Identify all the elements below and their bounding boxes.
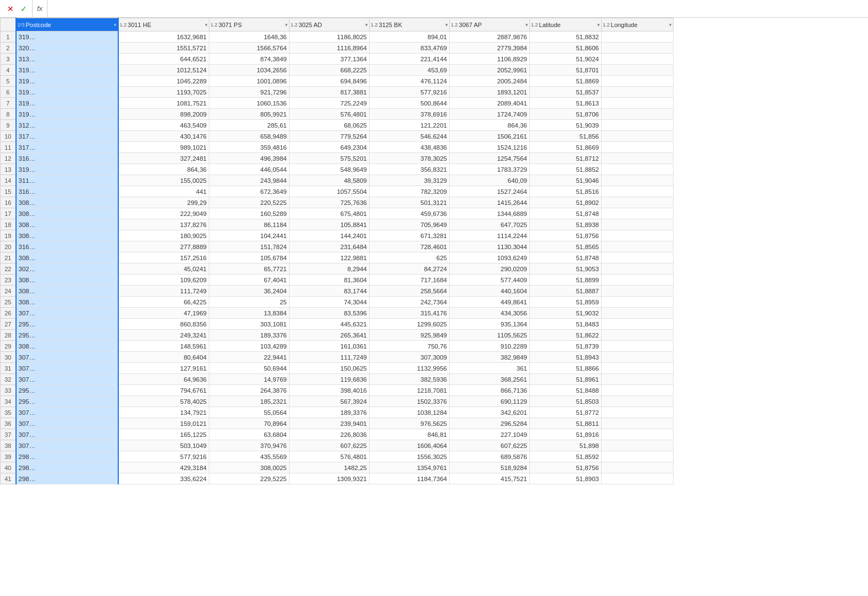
cell-bk-36[interactable]: 976,5625 (370, 418, 450, 429)
cell-ap-13[interactable]: 1783,3729 (450, 164, 530, 175)
cell-ad-35[interactable]: 189,3376 (290, 407, 370, 418)
cell-he-37[interactable]: 165,1225 (118, 429, 209, 440)
cell-postcode-15[interactable]: 316… (16, 186, 118, 197)
cell-he-14[interactable]: 155,0025 (118, 175, 209, 186)
cell-lat-30[interactable]: 51,8943 (530, 352, 602, 363)
cell-bk-34[interactable]: 1502,3376 (370, 396, 450, 407)
cell-lon-13[interactable] (602, 164, 674, 175)
cell-ps-16[interactable]: 220,5225 (209, 197, 290, 208)
cell-bk-15[interactable]: 782,3209 (370, 186, 450, 197)
cell-lon-37[interactable] (602, 429, 674, 440)
cell-ps-38[interactable]: 370,9476 (209, 440, 290, 451)
cell-he-17[interactable]: 222,9049 (118, 208, 209, 219)
cell-ap-10[interactable]: 1506,2161 (450, 131, 530, 142)
cell-lat-18[interactable]: 51,8938 (530, 219, 602, 230)
cell-bk-39[interactable]: 1556,3025 (370, 451, 450, 462)
cell-ad-29[interactable]: 161,0361 (290, 341, 370, 352)
cell-postcode-35[interactable]: 307… (16, 407, 118, 418)
cell-he-27[interactable]: 860,8356 (118, 319, 209, 330)
cell-lon-2[interactable] (602, 43, 674, 54)
col-header-3071ps[interactable]: 1.23071 PS▾ (209, 18, 290, 31)
cell-bk-25[interactable]: 242,7364 (370, 297, 450, 308)
col-filter-postcode[interactable]: ▾ (114, 22, 117, 28)
cell-postcode-25[interactable]: 308… (16, 297, 118, 308)
cell-he-30[interactable]: 80,6404 (118, 352, 209, 363)
cell-lon-15[interactable] (602, 186, 674, 197)
cell-lat-16[interactable]: 51,8902 (530, 197, 602, 208)
cell-lat-12[interactable]: 51,8712 (530, 153, 602, 164)
cell-bk-18[interactable]: 705,9649 (370, 219, 450, 230)
col-header-lat[interactable]: 1.2Latitude▾ (530, 18, 602, 31)
cell-lon-39[interactable] (602, 451, 674, 462)
cell-he-26[interactable]: 47,1969 (118, 308, 209, 319)
cell-ap-22[interactable]: 290,0209 (450, 263, 530, 275)
cell-bk-7[interactable]: 500,8644 (370, 98, 450, 109)
cell-ap-23[interactable]: 577,4409 (450, 275, 530, 286)
cell-ps-19[interactable]: 104,2441 (209, 230, 290, 241)
cell-bk-37[interactable]: 846,81 (370, 429, 450, 440)
cell-ad-23[interactable]: 81,3604 (290, 275, 370, 286)
cell-lon-7[interactable] (602, 98, 674, 109)
cell-lat-38[interactable]: 51,898 (530, 440, 602, 451)
cell-postcode-17[interactable]: 308… (16, 208, 118, 219)
cell-lat-24[interactable]: 51,8887 (530, 286, 602, 297)
cell-lon-28[interactable] (602, 330, 674, 341)
cell-ad-32[interactable]: 119,6836 (290, 374, 370, 385)
cell-lat-26[interactable]: 51,9032 (530, 308, 602, 319)
cell-bk-11[interactable]: 438,4836 (370, 142, 450, 153)
cell-ap-18[interactable]: 647,7025 (450, 219, 530, 230)
col-filter-lat[interactable]: ▾ (597, 22, 600, 28)
cell-postcode-13[interactable]: 319… (16, 164, 118, 175)
cell-bk-35[interactable]: 1038,1284 (370, 407, 450, 418)
cell-lat-28[interactable]: 51,8622 (530, 330, 602, 341)
cell-bk-31[interactable]: 1132,9956 (370, 363, 450, 374)
cell-lat-39[interactable]: 51,8592 (530, 451, 602, 462)
cell-ap-39[interactable]: 689,5876 (450, 451, 530, 462)
cell-ad-25[interactable]: 74,3044 (290, 297, 370, 308)
col-header-3011he[interactable]: 1.23011 HE▾ (118, 18, 209, 31)
cell-he-32[interactable]: 64,9636 (118, 374, 209, 385)
cell-he-8[interactable]: 898,2009 (118, 109, 209, 120)
cell-lat-7[interactable]: 51,8613 (530, 98, 602, 109)
cell-ps-13[interactable]: 446,0544 (209, 164, 290, 175)
cell-ad-34[interactable]: 567,3924 (290, 396, 370, 407)
cell-postcode-3[interactable]: 313… (16, 54, 118, 65)
cell-he-25[interactable]: 66,4225 (118, 297, 209, 308)
cell-lon-21[interactable] (602, 252, 674, 263)
cell-bk-10[interactable]: 546,6244 (370, 131, 450, 142)
cell-postcode-11[interactable]: 317… (16, 142, 118, 153)
cell-postcode-32[interactable]: 307… (16, 374, 118, 385)
cell-he-39[interactable]: 577,9216 (118, 451, 209, 462)
cell-postcode-10[interactable]: 317… (16, 131, 118, 142)
cell-bk-12[interactable]: 378,3025 (370, 153, 450, 164)
cell-ad-10[interactable]: 779,5264 (290, 131, 370, 142)
cell-ad-27[interactable]: 445,6321 (290, 319, 370, 330)
cell-ps-25[interactable]: 25 (209, 297, 290, 308)
cell-ad-4[interactable]: 668,2225 (290, 65, 370, 76)
cell-lon-3[interactable] (602, 54, 674, 65)
cell-ap-28[interactable]: 1105,5625 (450, 330, 530, 341)
cell-postcode-28[interactable]: 295… (16, 330, 118, 341)
cell-he-40[interactable]: 429,3184 (118, 462, 209, 473)
cell-ps-9[interactable]: 285,61 (209, 120, 290, 131)
cell-ad-19[interactable]: 144,2401 (290, 230, 370, 241)
col-header-postcode[interactable]: 1²3Postcode▾ (16, 18, 118, 31)
cell-ps-32[interactable]: 14,9769 (209, 374, 290, 385)
cell-postcode-18[interactable]: 308… (16, 219, 118, 230)
cell-lat-11[interactable]: 51,8669 (530, 142, 602, 153)
cell-postcode-37[interactable]: 307… (16, 429, 118, 440)
cell-lat-17[interactable]: 51,8748 (530, 208, 602, 219)
cell-lon-32[interactable] (602, 374, 674, 385)
cell-postcode-5[interactable]: 319… (16, 76, 118, 87)
cell-lat-31[interactable]: 51,8866 (530, 363, 602, 374)
cell-ps-37[interactable]: 63,6804 (209, 429, 290, 440)
cell-lat-25[interactable]: 51,8959 (530, 297, 602, 308)
cell-ap-6[interactable]: 1893,1201 (450, 87, 530, 98)
cell-ap-11[interactable]: 1524,1216 (450, 142, 530, 153)
cell-ad-21[interactable]: 122,9881 (290, 252, 370, 263)
col-filter-3067ap[interactable]: ▾ (525, 22, 528, 28)
cell-lon-1[interactable] (602, 31, 674, 43)
cell-bk-13[interactable]: 356,8321 (370, 164, 450, 175)
cell-ps-26[interactable]: 13,8384 (209, 308, 290, 319)
cell-postcode-38[interactable]: 307… (16, 440, 118, 451)
